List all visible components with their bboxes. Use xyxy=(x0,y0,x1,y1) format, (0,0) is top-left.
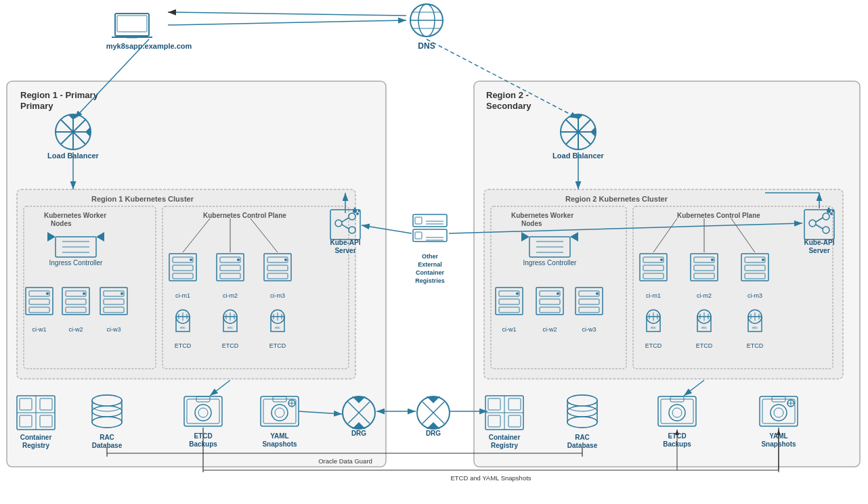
svg-point-76 xyxy=(237,258,240,261)
svg-text:ci-m2: ci-m2 xyxy=(223,292,238,299)
svg-point-299 xyxy=(567,395,597,406)
svg-text:Server: Server xyxy=(808,247,829,254)
svg-point-117 xyxy=(354,208,356,210)
svg-text:Kubernetes Control Plane: Kubernetes Control Plane xyxy=(203,212,286,219)
svg-text:ETCD: ETCD xyxy=(645,342,662,349)
svg-point-278 xyxy=(832,210,834,212)
svg-text:ci-w1: ci-w1 xyxy=(502,326,516,333)
svg-text:Snapshots: Snapshots xyxy=(262,440,297,448)
svg-text:ETCD: ETCD xyxy=(747,342,764,349)
svg-text:ci-w1: ci-w1 xyxy=(32,326,46,333)
svg-text:Registry: Registry xyxy=(491,442,518,449)
svg-point-218 xyxy=(557,292,559,295)
svg-text:ci-m1: ci-m1 xyxy=(646,292,661,299)
svg-point-277 xyxy=(830,212,833,215)
svg-text:Kubernetes Worker: Kubernetes Worker xyxy=(44,212,106,219)
svg-point-279 xyxy=(828,208,830,210)
svg-rect-121 xyxy=(413,214,447,227)
svg-text:Kubernetes Worker: Kubernetes Worker xyxy=(511,212,573,219)
svg-line-21 xyxy=(168,20,406,25)
svg-text:etc: etc xyxy=(651,325,656,329)
svg-text:Ingress Controller: Ingress Controller xyxy=(523,259,578,267)
svg-point-303 xyxy=(567,417,597,428)
svg-point-62 xyxy=(121,292,123,295)
svg-point-56 xyxy=(83,292,85,295)
svg-text:ci-w2: ci-w2 xyxy=(542,326,557,333)
svg-text:Ingress Controller: Ingress Controller xyxy=(49,259,104,267)
svg-point-224 xyxy=(596,292,599,295)
svg-text:ETCD and YAML Snapshots: ETCD and YAML Snapshots xyxy=(450,474,531,482)
svg-text:Container: Container xyxy=(20,434,52,441)
svg-rect-123 xyxy=(415,217,422,224)
svg-rect-11 xyxy=(117,16,147,32)
svg-text:Other: Other xyxy=(422,253,439,260)
svg-point-238 xyxy=(711,258,714,261)
svg-marker-183 xyxy=(427,422,440,429)
svg-text:DRG: DRG xyxy=(351,430,366,437)
svg-text:Region 2 -: Region 2 - xyxy=(486,90,529,100)
svg-text:etc: etc xyxy=(227,325,233,329)
svg-text:Region 1 - Primary: Region 1 - Primary xyxy=(20,90,99,100)
svg-text:Region 2 Kubernetes Cluster: Region 2 Kubernetes Cluster xyxy=(565,195,668,203)
svg-text:etc: etc xyxy=(701,325,707,329)
svg-text:ci-m2: ci-m2 xyxy=(697,292,712,299)
svg-point-82 xyxy=(284,258,287,261)
svg-text:RAC: RAC xyxy=(575,434,590,441)
svg-text:Nodes: Nodes xyxy=(51,220,72,227)
svg-text:Container: Container xyxy=(416,269,445,276)
svg-rect-13 xyxy=(127,36,137,39)
svg-point-114 xyxy=(353,209,357,213)
svg-point-212 xyxy=(516,292,519,295)
svg-text:Kube-API: Kube-API xyxy=(330,239,361,246)
svg-text:ci-m1: ci-m1 xyxy=(175,292,190,299)
svg-point-232 xyxy=(660,258,663,261)
svg-point-148 xyxy=(92,395,122,406)
svg-line-22 xyxy=(168,12,406,16)
svg-point-152 xyxy=(92,417,122,428)
svg-text:Registry: Registry xyxy=(22,442,49,449)
svg-point-115 xyxy=(356,212,359,215)
svg-text:ci-m3: ci-m3 xyxy=(270,292,285,299)
svg-rect-10 xyxy=(115,14,149,36)
svg-point-50 xyxy=(46,292,49,295)
svg-text:etc: etc xyxy=(275,325,280,329)
svg-text:RAC: RAC xyxy=(100,434,114,441)
svg-rect-122 xyxy=(413,229,447,242)
svg-text:ETCD: ETCD xyxy=(175,342,192,349)
svg-text:Primary: Primary xyxy=(20,101,53,111)
svg-rect-124 xyxy=(415,232,422,239)
svg-text:Kube-API: Kube-API xyxy=(804,239,835,246)
svg-marker-182 xyxy=(427,396,440,403)
svg-text:Secondary: Secondary xyxy=(486,101,531,111)
svg-text:Oracle Data Guard: Oracle Data Guard xyxy=(318,457,372,465)
svg-text:Kubernetes Control Plane: Kubernetes Control Plane xyxy=(677,212,760,219)
svg-text:Registries: Registries xyxy=(415,277,445,284)
svg-text:Nodes: Nodes xyxy=(521,220,542,227)
svg-text:Region 1 Kubernetes Cluster: Region 1 Kubernetes Cluster xyxy=(91,195,194,203)
svg-text:Container: Container xyxy=(489,434,521,441)
svg-text:etc: etc xyxy=(752,325,758,329)
svg-text:DRG: DRG xyxy=(426,430,441,437)
svg-text:ETCD: ETCD xyxy=(696,342,713,349)
svg-text:External: External xyxy=(418,261,442,268)
svg-text:myk8sapp.example.com: myk8sapp.example.com xyxy=(106,42,192,50)
svg-point-244 xyxy=(762,258,764,261)
svg-text:ETCD: ETCD xyxy=(222,342,239,349)
svg-text:Server: Server xyxy=(334,247,355,254)
svg-text:ETCD: ETCD xyxy=(269,342,286,349)
svg-text:ci-w3: ci-w3 xyxy=(582,326,596,333)
svg-text:etc: etc xyxy=(180,325,186,329)
svg-text:ci-m3: ci-m3 xyxy=(747,292,762,299)
architecture-diagram: Region 1 - Primary Primary Region 2 - Se… xyxy=(0,0,868,504)
svg-point-70 xyxy=(190,258,192,261)
svg-point-116 xyxy=(358,210,360,212)
svg-text:ci-w3: ci-w3 xyxy=(106,326,121,333)
svg-point-276 xyxy=(827,209,831,213)
svg-text:ci-w2: ci-w2 xyxy=(68,326,83,333)
svg-text:YAML: YAML xyxy=(270,432,288,440)
